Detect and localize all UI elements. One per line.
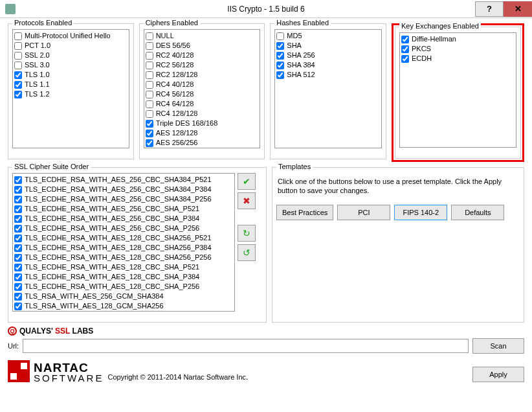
- url-input[interactable]: [23, 339, 469, 353]
- suite-checkbox[interactable]: [14, 176, 22, 184]
- protocol-checkbox[interactable]: [14, 52, 22, 60]
- suite-item[interactable]: TLS_ECDHE_RSA_WITH_AES_128_CBC_SHA_P256: [14, 282, 233, 292]
- suite-checkbox[interactable]: [14, 254, 22, 262]
- protocol-checkbox[interactable]: [14, 91, 22, 98]
- cipher-checkbox[interactable]: [146, 100, 153, 108]
- kex-list[interactable]: Diffie-HellmanPKCSECDH: [399, 32, 516, 148]
- kex-item[interactable]: ECDH: [401, 54, 515, 63]
- cipher-item[interactable]: RC4 64/128: [146, 99, 259, 109]
- apply-button[interactable]: Apply: [472, 367, 524, 382]
- cipher-item[interactable]: RC2 40/128: [146, 51, 259, 60]
- hashes-list[interactable]: MD5SHASHA 256SHA 384SHA 512: [274, 29, 382, 148]
- cipher-checkbox[interactable]: [146, 32, 153, 40]
- hash-checkbox[interactable]: [276, 62, 284, 69]
- cipher-checkbox[interactable]: [146, 81, 153, 89]
- suite-checkbox[interactable]: [14, 215, 22, 223]
- kex-checkbox[interactable]: [401, 55, 409, 63]
- suite-item[interactable]: TLS_ECDHE_RSA_WITH_AES_256_CBC_SHA_P384: [14, 214, 233, 223]
- cipher-checkbox[interactable]: [146, 139, 153, 147]
- suite-checkbox[interactable]: [14, 283, 22, 291]
- hash-item[interactable]: SHA 512: [276, 70, 380, 80]
- cipher-item[interactable]: AES 128/128: [146, 128, 259, 138]
- suite-item[interactable]: TLS_RSA_WITH_AES_128_GCM_SHA256: [14, 301, 233, 311]
- move-down-button[interactable]: ↺: [238, 244, 256, 261]
- suite-checkbox[interactable]: [14, 235, 22, 242]
- suite-item[interactable]: TLS_ECDHE_RSA_WITH_AES_128_CBC_SHA_P521: [14, 262, 233, 272]
- check-all-button[interactable]: ✔: [238, 173, 256, 190]
- uncheck-all-button[interactable]: ✖: [238, 192, 256, 209]
- cipher-checkbox[interactable]: [146, 130, 153, 137]
- protocol-checkbox[interactable]: [14, 62, 22, 69]
- suite-checkbox[interactable]: [14, 196, 22, 203]
- help-button[interactable]: ?: [475, 1, 504, 17]
- suite-item[interactable]: TLS_ECDHE_RSA_WITH_AES_128_CBC_SHA256_P5…: [14, 233, 233, 243]
- suite-checkbox[interactable]: [14, 186, 22, 194]
- suite-checkbox[interactable]: [14, 293, 22, 301]
- cipher-item[interactable]: AES 256/256: [146, 138, 259, 148]
- cipher-checkbox[interactable]: [146, 52, 153, 60]
- hash-item[interactable]: SHA: [276, 41, 380, 51]
- fips-button[interactable]: FIPS 140-2: [394, 205, 447, 220]
- protocol-checkbox[interactable]: [14, 71, 22, 79]
- hash-checkbox[interactable]: [276, 71, 284, 79]
- protocol-item[interactable]: TLS 1.2: [14, 89, 127, 99]
- suite-item[interactable]: TLS_ECDHE_RSA_WITH_AES_128_CBC_SHA256_P2…: [14, 253, 233, 262]
- suite-checkbox[interactable]: [14, 244, 22, 252]
- scan-button[interactable]: Scan: [472, 338, 524, 354]
- protocol-checkbox[interactable]: [14, 42, 22, 50]
- suite-checkbox[interactable]: [14, 273, 22, 281]
- kex-item[interactable]: PKCS: [401, 44, 515, 54]
- suite-list[interactable]: TLS_ECDHE_RSA_WITH_AES_256_CBC_SHA384_P5…: [12, 173, 235, 312]
- suite-item[interactable]: TLS_ECDHE_RSA_WITH_AES_128_CBC_SHA256_P3…: [14, 243, 233, 253]
- hash-item[interactable]: SHA 256: [276, 51, 380, 60]
- cipher-item[interactable]: RC4 40/128: [146, 80, 259, 89]
- hash-checkbox[interactable]: [276, 42, 284, 50]
- cipher-item[interactable]: RC4 56/128: [146, 89, 259, 99]
- cipher-item[interactable]: Triple DES 168/168: [146, 119, 259, 128]
- cipher-checkbox[interactable]: [146, 91, 153, 98]
- pci-button[interactable]: PCI: [337, 205, 390, 220]
- protocol-item[interactable]: PCT 1.0: [14, 41, 127, 51]
- protocol-item[interactable]: SSL 3.0: [14, 60, 127, 70]
- protocol-checkbox[interactable]: [14, 32, 22, 40]
- suite-item[interactable]: TLS_RSA_WITH_AES_256_GCM_SHA384: [14, 292, 233, 301]
- cipher-item[interactable]: RC4 128/128: [146, 109, 259, 119]
- move-up-button[interactable]: ↻: [238, 225, 256, 242]
- hash-item[interactable]: SHA 384: [276, 60, 380, 70]
- kex-item[interactable]: Diffie-Hellman: [401, 34, 515, 44]
- protocol-item[interactable]: SSL 2.0: [14, 51, 127, 60]
- protocol-checkbox[interactable]: [14, 81, 22, 89]
- cipher-item[interactable]: DES 56/56: [146, 41, 259, 51]
- protocol-item[interactable]: TLS 1.0: [14, 70, 127, 80]
- cipher-item[interactable]: NULL: [146, 31, 259, 41]
- suite-checkbox[interactable]: [14, 205, 22, 213]
- protocol-item[interactable]: Multi-Protocol Unified Hello: [14, 31, 127, 41]
- close-button[interactable]: ✕: [504, 1, 532, 17]
- suite-item[interactable]: TLS_ECDHE_RSA_WITH_AES_256_CBC_SHA_P521: [14, 204, 233, 214]
- cipher-item[interactable]: RC2 56/128: [146, 60, 259, 70]
- hash-checkbox[interactable]: [276, 52, 284, 60]
- cipher-checkbox[interactable]: [146, 71, 153, 79]
- suite-item[interactable]: TLS_ECDHE_RSA_WITH_AES_256_CBC_SHA384_P2…: [14, 194, 233, 204]
- cipher-checkbox[interactable]: [146, 62, 153, 69]
- defaults-button[interactable]: Defaults: [451, 205, 504, 220]
- protocols-list[interactable]: Multi-Protocol Unified HelloPCT 1.0SSL 2…: [12, 29, 129, 148]
- suite-item[interactable]: TLS_ECDHE_RSA_WITH_AES_256_CBC_SHA384_P3…: [14, 185, 233, 194]
- best-practices-button[interactable]: Best Practices: [276, 205, 333, 220]
- suite-item[interactable]: TLS_ECDHE_RSA_WITH_AES_128_CBC_SHA_P384: [14, 272, 233, 282]
- protocol-item[interactable]: TLS 1.1: [14, 80, 127, 89]
- hash-checkbox[interactable]: [276, 32, 284, 40]
- ciphers-list[interactable]: NULLDES 56/56RC2 40/128RC2 56/128RC2 128…: [144, 29, 261, 148]
- cipher-item[interactable]: RC2 128/128: [146, 70, 259, 80]
- kex-checkbox[interactable]: [401, 45, 409, 53]
- hash-item[interactable]: MD5: [276, 31, 380, 41]
- suite-checkbox[interactable]: [14, 264, 22, 271]
- kex-checkbox[interactable]: [401, 36, 409, 43]
- suite-checkbox[interactable]: [14, 225, 22, 233]
- cipher-checkbox[interactable]: [146, 120, 153, 128]
- cipher-checkbox[interactable]: [146, 110, 153, 118]
- suite-item[interactable]: TLS_ECDHE_RSA_WITH_AES_256_CBC_SHA_P256: [14, 223, 233, 233]
- suite-item[interactable]: TLS_ECDHE_RSA_WITH_AES_256_CBC_SHA384_P5…: [14, 175, 233, 185]
- suite-checkbox[interactable]: [14, 303, 22, 310]
- cipher-checkbox[interactable]: [146, 42, 153, 50]
